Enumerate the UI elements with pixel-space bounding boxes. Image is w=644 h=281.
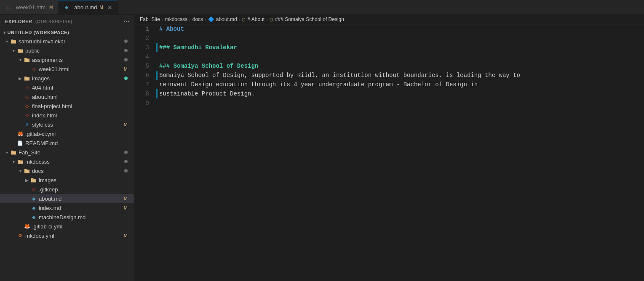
tab-close-button[interactable]: ✕ xyxy=(107,4,112,11)
tree-label-docs: docs xyxy=(32,168,124,174)
tab-about-md[interactable]: ◆ about.md M ✕ xyxy=(58,0,118,14)
tree-label-samrudhi: samrudhi-rovalekar xyxy=(19,38,124,45)
line-num-5: 5 xyxy=(145,61,149,71)
md-file-icon: ◆ xyxy=(63,4,70,11)
tree-arrow-docs[interactable]: ▾ xyxy=(17,169,24,173)
tree-arrow-images1[interactable]: ▶ xyxy=(17,76,24,81)
tree-item-gitkeep[interactable]: ◇.gitkeep xyxy=(0,185,134,194)
tree-item-mkdocsyml[interactable]: ⚙mkdocs.ymlM xyxy=(0,231,134,240)
tab-week01[interactable]: ◇ week01.html M xyxy=(0,0,58,14)
tree-item-gitlabci2[interactable]: 🦊.gitlab-ci.yml xyxy=(0,222,134,231)
tree-arrow-fabsite[interactable]: ▾ xyxy=(3,150,10,155)
file-icon-readme: 📄 xyxy=(17,140,24,146)
tree-label-mkdocsss: mkdocsss xyxy=(25,159,124,165)
tree-badge-images1 xyxy=(124,77,128,80)
breadcrumb-somaiya[interactable]: ### Somaiya School of Design xyxy=(275,16,344,22)
tree-label-week01html: week01.html xyxy=(39,66,124,72)
tree-item-week01html[interactable]: ◇week01.htmlM xyxy=(0,64,134,74)
tree-label-assignments: assignments xyxy=(32,57,124,63)
tree-item-finalproject[interactable]: ◇final-project.html xyxy=(0,101,134,111)
tree-item-samrudhi[interactable]: ▾samrudhi-rovalekar xyxy=(0,37,134,46)
file-icon-mkdocsyml: ⚙ xyxy=(17,232,24,239)
tree-badge-mkdocsss xyxy=(124,160,128,163)
tree-item-abouthtml[interactable]: ◇about.html xyxy=(0,92,134,101)
tree-item-machinedesign[interactable]: ◆machineDesign.md xyxy=(0,212,134,222)
breadcrumb-sep-4: › xyxy=(239,17,240,22)
tree-item-assignments[interactable]: ▾assignments xyxy=(0,55,134,64)
tree-item-public[interactable]: ▾public xyxy=(0,46,134,55)
tree-item-stylecss[interactable]: #style.cssM xyxy=(0,120,134,129)
breadcrumb-fab-site[interactable]: Fab_Site xyxy=(140,16,160,22)
file-icon-machinedesign: ◆ xyxy=(30,214,37,220)
file-icon-404html: ◇ xyxy=(24,84,30,91)
file-icon-mkdocsss xyxy=(17,158,24,165)
tree-arrow-public[interactable]: ▾ xyxy=(10,48,17,53)
tree-item-404html[interactable]: ◇404.html xyxy=(0,83,134,92)
breadcrumb-about[interactable]: # About xyxy=(247,16,265,22)
more-options-icon[interactable]: ⋯ xyxy=(123,18,130,25)
tree-item-fabsite[interactable]: ▾Fab_Site xyxy=(0,148,134,157)
tree-badge-week01html: M xyxy=(124,66,128,72)
line-num-2: 2 xyxy=(145,34,149,43)
explorer-header: Explorer (Ctrl+Shift+E) ⋯ xyxy=(0,15,134,28)
file-icon-gitkeep: ◇ xyxy=(30,186,37,193)
tree-arrow-samrudhi[interactable]: ▾ xyxy=(3,39,10,44)
breadcrumb-symbol-icon-1: ⬡ xyxy=(242,17,246,22)
tree-item-indexmd[interactable]: ◆index.mdM xyxy=(0,203,134,212)
file-icon-gitlabci2: 🦊 xyxy=(24,223,30,230)
editor-content[interactable]: 1 2 3 4 5 6 7 8 9 xyxy=(135,24,644,281)
tree-item-images2[interactable]: ▶images xyxy=(0,175,134,185)
sidebar: Explorer (Ctrl+Shift+E) ⋯ ▾ UNTITLED (WO… xyxy=(0,15,135,281)
line-num-3: 3 xyxy=(145,43,149,52)
line-num-6: 6 xyxy=(145,71,149,80)
tree-label-stylecss: style.css xyxy=(32,122,124,128)
tree-arrow-assignments[interactable]: ▾ xyxy=(17,58,24,62)
tree-label-fabsite: Fab_Site xyxy=(19,149,124,156)
tree-item-indexhtml[interactable]: ◇index.html xyxy=(0,111,134,120)
tab-about-md-modified: M xyxy=(100,5,103,10)
file-tree: ▾samrudhi-rovalekar▾public▾assignments◇w… xyxy=(0,37,134,240)
tree-item-mkdocsss[interactable]: ▾mkdocsss xyxy=(0,157,134,166)
tree-item-aboutmd[interactable]: ◆about.mdM xyxy=(0,194,134,203)
tree-label-images1: images xyxy=(32,75,124,82)
code-line-9 xyxy=(159,98,644,108)
tab-bar: ◇ week01.html M ◆ about.md M ✕ xyxy=(0,0,644,15)
main-layout: Explorer (Ctrl+Shift+E) ⋯ ▾ UNTITLED (WO… xyxy=(0,15,644,281)
tree-badge-assignments xyxy=(124,58,128,61)
tree-item-gitlabci1[interactable]: 🦊.gitlab-ci.yml xyxy=(0,129,134,138)
code-line-1: # About xyxy=(159,24,644,34)
tree-label-images2: images xyxy=(39,177,131,183)
file-icon-assignments xyxy=(24,56,30,63)
code-lines[interactable]: # About ### Samrudhi Rovalekar ### Somai… xyxy=(158,24,644,281)
line-num-9: 9 xyxy=(145,98,149,108)
file-icon-docs xyxy=(24,167,30,174)
html-file-icon: ◇ xyxy=(5,4,12,11)
breadcrumb-file-icon: 🔷 xyxy=(208,16,214,22)
breadcrumb-mkdocsss[interactable]: mkdocsss xyxy=(165,16,187,22)
tree-arrow-images2[interactable]: ▶ xyxy=(24,178,30,183)
tree-label-gitkeep: .gitkeep xyxy=(39,186,131,193)
tree-item-docs[interactable]: ▾docs xyxy=(0,166,134,175)
code-line-6: Somaiya School of Design, supported by R… xyxy=(159,71,644,80)
tree-badge-public xyxy=(124,49,128,52)
code-line-4 xyxy=(159,52,644,61)
line6-content: Somaiya School of Design, supported by R… xyxy=(159,71,520,80)
tree-arrow-mkdocsss[interactable]: ▾ xyxy=(10,159,17,164)
line1-content: # About xyxy=(159,24,184,34)
tree-badge-indexmd: M xyxy=(124,205,128,210)
code-line-7: reinvent Design education through its 4 … xyxy=(159,80,644,89)
explorer-shortcut: (Ctrl+Shift+E) xyxy=(35,19,72,24)
workspace-header[interactable]: ▾ UNTITLED (WORKSPACE) xyxy=(0,28,134,37)
breadcrumb-symbol-icon-2: ⬡ xyxy=(270,17,273,22)
explorer-title[interactable]: Explorer (Ctrl+Shift+E) xyxy=(5,19,72,24)
tree-label-indexmd: index.md xyxy=(39,205,124,211)
tree-item-images1[interactable]: ▶images xyxy=(0,74,134,83)
breadcrumb-docs[interactable]: docs xyxy=(192,16,203,22)
code-line-5: ### Somaiya School of Design xyxy=(159,61,644,71)
tree-label-abouthtml: about.html xyxy=(32,94,131,100)
tree-label-mkdocsyml: mkdocs.yml xyxy=(25,233,124,239)
breadcrumb-sep-1: › xyxy=(162,17,163,22)
tree-item-readme[interactable]: 📄README.md xyxy=(0,138,134,148)
breadcrumb-about-md[interactable]: about.md xyxy=(216,16,237,22)
workspace-chevron: ▾ xyxy=(3,30,6,35)
